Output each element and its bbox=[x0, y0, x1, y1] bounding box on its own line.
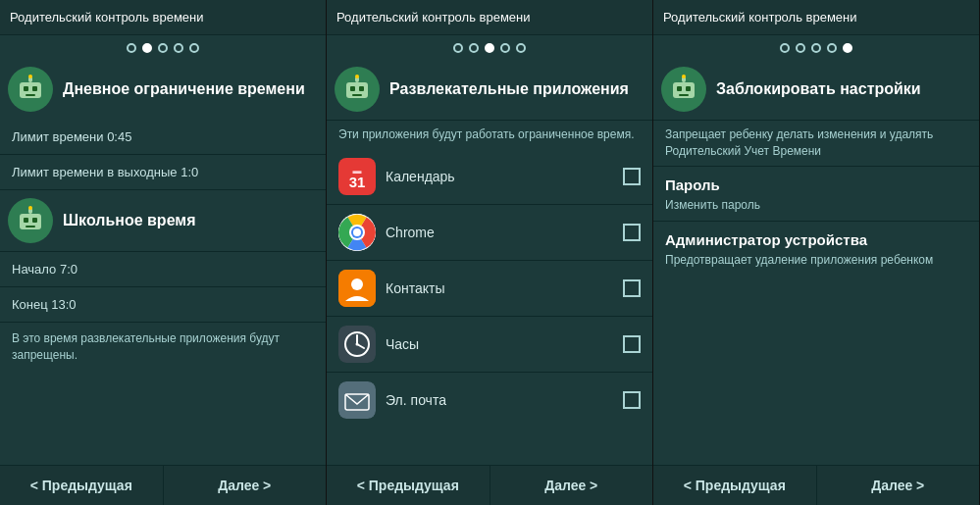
dot-3-1 bbox=[780, 43, 790, 53]
svg-rect-10 bbox=[32, 218, 37, 223]
screen3-description: Запрещает ребенку делать изменения и уда… bbox=[653, 120, 979, 166]
checkbox-clock[interactable] bbox=[623, 335, 641, 353]
screen1-sub-item-2[interactable]: Конец 13:0 bbox=[0, 286, 326, 322]
svg-rect-33 bbox=[338, 381, 376, 419]
screen3-prev-button[interactable]: < Предыдущая bbox=[653, 466, 817, 505]
screen1-sub-item-1[interactable]: Начало 7:0 bbox=[0, 251, 326, 286]
screen-2: Родительский контроль времени Развлекате… bbox=[327, 0, 653, 505]
robot-icon-1b bbox=[8, 198, 53, 243]
svg-point-20 bbox=[355, 75, 359, 78]
screen3-section2-label: Администратор устройства bbox=[653, 221, 979, 250]
screen1-next-button[interactable]: Далее > bbox=[164, 466, 327, 505]
dot-3-5 bbox=[843, 43, 852, 53]
screen3-next-button[interactable]: Далее > bbox=[817, 466, 980, 505]
app-item-email[interactable]: Эл. почта bbox=[327, 372, 652, 428]
screen1-title: Родительский контроль времени bbox=[10, 10, 204, 25]
checkbox-email[interactable] bbox=[623, 391, 641, 409]
svg-rect-17 bbox=[359, 86, 364, 91]
screen2-header: Родительский контроль времени bbox=[327, 0, 652, 35]
screen1-footer-note: В это время развлекательные приложения б… bbox=[0, 322, 326, 372]
dot-2-4 bbox=[500, 43, 510, 53]
screen3-hero-title: Заблокировать настройки bbox=[716, 79, 921, 98]
screen1-body: Лимит времени 0:45 Лимит времени в выход… bbox=[0, 120, 326, 465]
screen3-header: Родительский контроль времени bbox=[653, 0, 979, 35]
svg-rect-38 bbox=[686, 86, 691, 91]
screen3-section2-desc: Предотвращает удаление приложения ребенк… bbox=[653, 250, 979, 277]
checkbox-calendar[interactable] bbox=[623, 168, 641, 185]
chrome-icon bbox=[338, 214, 376, 251]
app-item-contacts[interactable]: Контакты bbox=[327, 260, 652, 316]
contacts-icon bbox=[338, 270, 376, 307]
screen2-prev-button[interactable]: < Предыдущая bbox=[327, 466, 490, 505]
screen3-dots bbox=[653, 35, 979, 59]
dot-1-2 bbox=[142, 43, 152, 53]
screen1-prev-button[interactable]: < Предыдущая bbox=[0, 466, 164, 505]
svg-point-25 bbox=[353, 228, 361, 236]
app-name-clock: Часы bbox=[386, 336, 613, 352]
svg-point-27 bbox=[351, 278, 363, 290]
screen1-sub-hero: Школьное время bbox=[0, 189, 326, 251]
app-name-calendar: Календарь bbox=[386, 169, 613, 184]
dot-2-2 bbox=[469, 43, 479, 53]
dot-1-4 bbox=[174, 43, 183, 53]
svg-rect-4 bbox=[26, 94, 35, 96]
screen2-description: Эти приложения будут работать ограниченн… bbox=[327, 120, 652, 149]
email-icon bbox=[338, 381, 376, 419]
dot-2-1 bbox=[453, 43, 463, 53]
checkbox-chrome[interactable] bbox=[623, 224, 641, 241]
dot-3-4 bbox=[827, 43, 837, 53]
app-item-clock[interactable]: Часы bbox=[327, 316, 652, 372]
robot-icon-1 bbox=[8, 67, 53, 112]
screen1-hero-title: Дневное ограничение времени bbox=[63, 79, 305, 98]
svg-point-32 bbox=[356, 342, 359, 345]
screen2-app-list: ▬ 31 Календарь bbox=[327, 149, 652, 465]
svg-rect-39 bbox=[679, 94, 689, 96]
app-item-chrome[interactable]: Chrome bbox=[327, 204, 652, 260]
svg-rect-2 bbox=[24, 86, 28, 91]
app-name-contacts: Контакты bbox=[386, 280, 613, 296]
screen1-dots bbox=[0, 35, 326, 59]
screen2-next-button[interactable]: Далее > bbox=[490, 466, 653, 505]
dot-1-1 bbox=[127, 43, 136, 53]
robot-icon-2 bbox=[335, 67, 380, 112]
svg-rect-3 bbox=[32, 86, 37, 91]
screen1-item-1[interactable]: Лимит времени 0:45 bbox=[0, 120, 326, 154]
screen3-title: Родительский контроль времени bbox=[663, 10, 857, 25]
screen1-header: Родительский контроль времени bbox=[0, 0, 326, 35]
app-item-calendar[interactable]: ▬ 31 Календарь bbox=[327, 149, 652, 204]
calendar-icon: ▬ 31 bbox=[338, 158, 376, 195]
svg-rect-11 bbox=[26, 226, 35, 227]
svg-rect-9 bbox=[24, 218, 28, 223]
screen3-hero: Заблокировать настройки bbox=[653, 59, 979, 120]
screen1-footer: < Предыдущая Далее > bbox=[0, 465, 326, 505]
screen3-body: Пароль Изменить пароль Администратор уст… bbox=[653, 166, 979, 465]
dot-1-5 bbox=[189, 43, 199, 53]
screen3-section1-label: Пароль bbox=[653, 166, 979, 195]
checkbox-contacts[interactable] bbox=[623, 279, 641, 297]
screen3-footer: < Предыдущая Далее > bbox=[653, 465, 979, 505]
dot-2-3 bbox=[485, 43, 494, 53]
svg-point-13 bbox=[28, 206, 32, 210]
screen-1: Родительский контроль времени Дневное ог… bbox=[0, 0, 327, 505]
app-name-email: Эл. почта bbox=[386, 392, 613, 408]
screen2-hero-title: Развлекательные приложения bbox=[389, 79, 629, 98]
dot-2-5 bbox=[516, 43, 526, 53]
dot-1-3 bbox=[158, 43, 168, 53]
dot-3-2 bbox=[796, 43, 805, 53]
screen2-footer: < Предыдущая Далее > bbox=[327, 465, 652, 505]
svg-point-41 bbox=[682, 75, 686, 78]
svg-point-6 bbox=[28, 75, 32, 78]
screen2-title: Родительский контроль времени bbox=[336, 10, 531, 25]
screen2-hero: Развлекательные приложения bbox=[327, 59, 652, 120]
screen3-section1-desc: Изменить пароль bbox=[653, 195, 979, 222]
dot-3-3 bbox=[811, 43, 821, 53]
screen1-hero: Дневное ограничение времени bbox=[0, 59, 326, 120]
screen-3: Родительский контроль времени Заблокиров… bbox=[653, 0, 980, 505]
screen1-item-2[interactable]: Лимит времени в выходные 1:0 bbox=[0, 154, 326, 189]
screen2-dots bbox=[327, 35, 652, 59]
svg-rect-37 bbox=[677, 86, 682, 91]
robot-icon-3 bbox=[661, 67, 706, 112]
svg-rect-16 bbox=[350, 86, 355, 91]
app-name-chrome: Chrome bbox=[386, 225, 613, 240]
svg-rect-18 bbox=[352, 94, 362, 96]
